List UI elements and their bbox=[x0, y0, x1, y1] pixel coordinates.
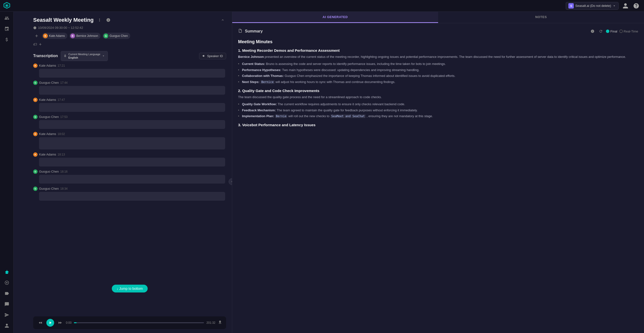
participant-kate: K Kate Adams bbox=[42, 33, 67, 39]
current-time: 0:00 bbox=[66, 321, 72, 324]
main-content: Seasalt Weekly Meeting 10/0 bbox=[27, 12, 644, 333]
refresh-btn[interactable] bbox=[598, 28, 604, 35]
progress-bar[interactable] bbox=[74, 322, 204, 323]
speaker-name-4: Guoguo Chen bbox=[39, 115, 59, 119]
add-tag-button[interactable]: + bbox=[39, 42, 42, 47]
speaker-time-3: 17:47 bbox=[58, 98, 65, 102]
tab-ai-generated[interactable]: AI GENERATED bbox=[232, 12, 438, 23]
speaker-name-1: Kate Adams bbox=[39, 64, 56, 67]
realtime-label: Real-Time bbox=[624, 30, 638, 33]
progress-fill bbox=[74, 322, 76, 323]
realtime-option[interactable]: Real-Time bbox=[619, 30, 638, 33]
user-account-button[interactable] bbox=[622, 2, 629, 10]
meeting-panel: Seasalt Weekly Meeting 10/0 bbox=[27, 12, 232, 333]
sidebar-item-circle[interactable] bbox=[2, 278, 11, 287]
bullet-1-3: Collaboration with Thomas: Guoguo Chen e… bbox=[238, 74, 638, 79]
language-label: Current Meeting Language bbox=[68, 53, 100, 56]
speaker-time-7: 18:16 bbox=[60, 170, 68, 173]
summary-label: Summary bbox=[245, 29, 263, 34]
speaker-time-2: 17:44 bbox=[60, 81, 68, 85]
speaker-avatar-7: G bbox=[33, 169, 38, 174]
speaker-time-5: 18:02 bbox=[58, 132, 65, 136]
section-1: 1. Meeting Recorder Demos and Performanc… bbox=[238, 48, 638, 85]
speaker-row-6: K Kate Adams 18:13 bbox=[33, 152, 225, 157]
section-2: 2. Quality Gate and Code Check Improveme… bbox=[238, 89, 638, 119]
speaker-name-6: Kate Adams bbox=[39, 153, 56, 156]
tab-notes[interactable]: NOTES bbox=[438, 12, 644, 23]
info-button[interactable] bbox=[105, 17, 112, 24]
meeting-header: Seasalt Weekly Meeting 10/0 bbox=[27, 12, 232, 49]
bullet-2-1: Quality Gate Workflow: The current workf… bbox=[238, 102, 638, 107]
participant-name-guoguo: Guoguo Chen bbox=[110, 34, 128, 38]
more-options-button[interactable] bbox=[96, 17, 103, 24]
bullet-1-2: Performance Hypotheses: Two main hypothe… bbox=[238, 68, 638, 73]
transcription-label: Transcription bbox=[33, 54, 58, 58]
org-selector[interactable]: S Seasalt.ai (Do not delete) bbox=[566, 2, 619, 10]
org-avatar: S bbox=[568, 3, 574, 9]
help-button[interactable] bbox=[632, 2, 640, 10]
transcript-entry-3: K Kate Adams 17:47 bbox=[33, 98, 225, 112]
speaker-row-5: K Kate Adams 18:02 bbox=[33, 132, 225, 136]
forward-button[interactable] bbox=[56, 319, 64, 326]
info-btn[interactable] bbox=[589, 28, 596, 35]
participant-name-bernice: Bernice Johnson bbox=[76, 34, 98, 38]
transcript-bubble-7 bbox=[39, 175, 225, 184]
panel-collapse-handle[interactable] bbox=[228, 178, 232, 185]
speaker-avatar-8: G bbox=[33, 187, 38, 191]
meeting-time-range: 10/09/2024 09:30:00 ~ 12:52:42 bbox=[38, 26, 83, 30]
meeting-minutes-content: Meeting Minutes 1. Meeting Recorder Demo… bbox=[238, 39, 638, 127]
download-button[interactable] bbox=[218, 320, 222, 325]
meeting-minutes-title: Meeting Minutes bbox=[238, 39, 638, 45]
ai-panel: AI GENERATED NOTES Summary bbox=[232, 12, 644, 333]
sidebar-item-chat[interactable] bbox=[2, 300, 11, 308]
sidebar-item-bot[interactable] bbox=[2, 267, 11, 276]
section-2-bullets: Quality Gate Workflow: The current workf… bbox=[238, 102, 638, 119]
section-2-heading: 2. Quality Gate and Code Check Improveme… bbox=[238, 89, 638, 93]
add-participant-button[interactable] bbox=[33, 33, 40, 39]
language-selector[interactable]: Current Meeting Language English bbox=[61, 51, 108, 61]
rewind-button[interactable] bbox=[37, 319, 44, 326]
tag-icon: 🏷 bbox=[33, 42, 37, 47]
final-label: Final bbox=[610, 30, 617, 33]
participant-name-kate: Kate Adams bbox=[49, 34, 65, 38]
jump-to-bottom-button[interactable]: ↓ Jump to bottom bbox=[112, 285, 148, 292]
transcript-bubble-2 bbox=[39, 86, 225, 95]
chevron-down-icon-lang bbox=[102, 54, 105, 58]
ai-tabs: AI GENERATED NOTES bbox=[232, 12, 644, 23]
speaker-avatar-1: K bbox=[33, 64, 38, 68]
final-badge: Final bbox=[606, 30, 617, 33]
participant-avatar-bernice: B bbox=[70, 34, 75, 38]
meeting-actions bbox=[96, 17, 112, 24]
bullet-2-3: Implementation Plan: Bernie will roll ou… bbox=[238, 114, 638, 119]
sidebar bbox=[0, 0, 14, 333]
speaker-name-8: Guoguo Chen bbox=[39, 187, 59, 190]
sidebar-item-profile[interactable] bbox=[2, 321, 11, 330]
speaker-row-3: K Kate Adams 17:47 bbox=[33, 98, 225, 102]
speaker-avatar-3: K bbox=[33, 98, 38, 102]
meeting-meta: 10/09/2024 09:30:00 ~ 12:52:42 bbox=[33, 26, 226, 30]
participant-bernice: B Bernice Johnson bbox=[69, 33, 100, 39]
sidebar-item-billing[interactable] bbox=[2, 35, 11, 44]
sidebar-item-send[interactable] bbox=[2, 310, 11, 319]
svg-point-2 bbox=[6, 5, 8, 6]
sidebar-item-tag[interactable] bbox=[2, 289, 11, 298]
total-time: 201:32 bbox=[206, 321, 216, 324]
participant-avatar-guoguo: G bbox=[104, 34, 108, 38]
tags-row: 🏷 + bbox=[33, 42, 226, 47]
bullet-1-4: Next Steps: Bernice will adjust his work… bbox=[238, 80, 638, 85]
transcript-entry-6: K Kate Adams 18:13 bbox=[33, 152, 225, 167]
section-1-heading: 1. Meeting Recorder Demos and Performanc… bbox=[238, 48, 638, 53]
sidebar-item-people[interactable] bbox=[2, 14, 11, 23]
transcript-bubble-8 bbox=[39, 192, 225, 201]
collapse-button[interactable] bbox=[219, 17, 226, 24]
participant-guoguo: G Guoguo Chen bbox=[102, 33, 130, 39]
section-3-heading: 3. Voicebot Performance and Latency Issu… bbox=[238, 123, 638, 127]
speaker-row-8: G Guoguo Chen 18:34 bbox=[33, 187, 225, 191]
speaker-id-button[interactable]: Speaker ID bbox=[199, 53, 226, 59]
play-button[interactable] bbox=[46, 319, 54, 327]
sidebar-item-network[interactable] bbox=[2, 25, 11, 33]
speaker-time-1: 17:21 bbox=[58, 64, 65, 67]
topbar: S Seasalt.ai (Do not delete) bbox=[0, 0, 644, 12]
participant-avatar-kate: K bbox=[43, 34, 48, 38]
chevron-down-icon bbox=[612, 4, 616, 8]
